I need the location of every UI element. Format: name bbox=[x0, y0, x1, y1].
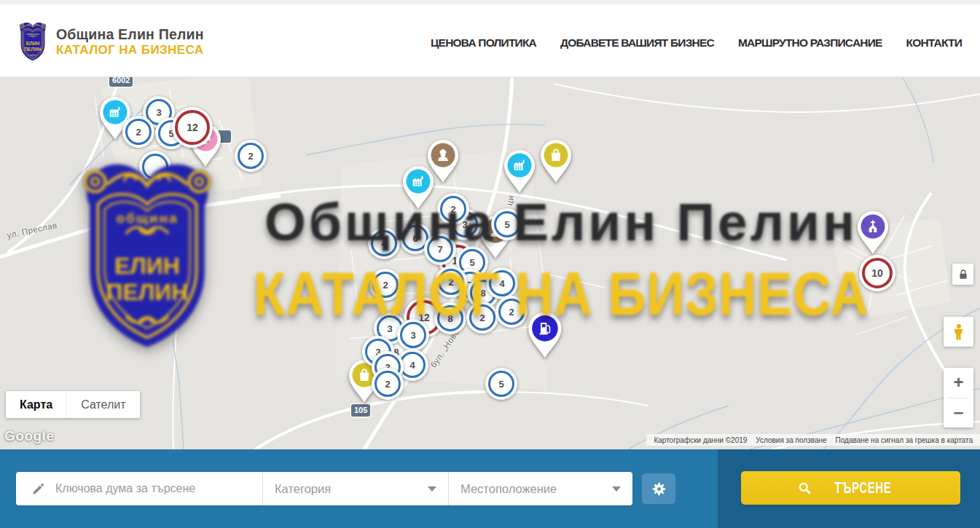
brand[interactable]: община ЕЛИН ПЕЛИН Община Елин Пелин КАТА… bbox=[16, 20, 204, 63]
search-fields: Категория Местоположение bbox=[16, 472, 632, 505]
keyword-field bbox=[16, 472, 262, 505]
settings-button[interactable] bbox=[642, 473, 675, 504]
cluster-marker[interactable]: 5 bbox=[491, 208, 523, 240]
nav-item-add-business[interactable]: ДОБАВЕТЕ ВАШИЯТ БИЗНЕС bbox=[560, 36, 714, 50]
search-button-label: ТЪРСЕНЕ bbox=[834, 478, 891, 497]
svg-text:ПЕЛИН: ПЕЛИН bbox=[24, 47, 42, 52]
pegman-icon bbox=[949, 323, 968, 342]
cluster-marker[interactable]: 4 bbox=[368, 227, 400, 259]
cluster-marker[interactable]: 2 bbox=[466, 302, 498, 334]
cluster-marker[interactable]: 7 bbox=[424, 233, 456, 265]
brand-text: Община Елин Пелин КАТАЛОГ НА БИЗНЕСА bbox=[56, 25, 204, 58]
main-nav: ЦЕНОВА ПОЛИТИКАДОБАВЕТЕ ВАШИЯТ БИЗНЕСМАР… bbox=[431, 4, 962, 81]
cluster-marker[interactable]: 10 bbox=[859, 255, 895, 291]
attribution-copyright: Картографски данни ©2019 bbox=[649, 436, 751, 444]
cluster-marker[interactable]: 2 bbox=[369, 269, 401, 301]
pegman-button[interactable] bbox=[944, 317, 973, 347]
map[interactable]: 6002105ул. Преславбул. „Новоселци 325122… bbox=[0, 76, 980, 449]
cluster-marker[interactable]: 12 bbox=[172, 107, 213, 148]
map-pin-church[interactable] bbox=[855, 210, 890, 255]
location-select[interactable]: Местоположение bbox=[448, 472, 632, 505]
header: община ЕЛИН ПЕЛИН Община Елин Пелин КАТА… bbox=[0, 0, 980, 76]
chevron-down-icon bbox=[428, 486, 436, 492]
terms-link[interactable]: Условия за ползване bbox=[751, 436, 831, 444]
map-attribution: Картографски данни ©2019 Условия за полз… bbox=[646, 434, 980, 446]
cluster-marker[interactable]: 2 bbox=[122, 116, 154, 148]
nav-item-pricing-policy[interactable]: ЦЕНОВА ПОЛИТИКА bbox=[431, 36, 536, 50]
cluster-marker[interactable]: 8 bbox=[434, 302, 466, 334]
map-type-satellite-button[interactable]: Сателит bbox=[66, 391, 139, 418]
report-error-link[interactable]: Подаване на сигнал за грешка в картата bbox=[831, 436, 977, 444]
cluster-marker[interactable]: 2 bbox=[495, 296, 528, 328]
zoom-in-button[interactable]: + bbox=[944, 368, 973, 398]
cluster-marker[interactable]: 2 bbox=[235, 140, 267, 172]
cluster-marker[interactable]: 3 bbox=[397, 319, 429, 351]
svg-text:община: община bbox=[26, 32, 39, 36]
cluster-marker[interactable] bbox=[139, 151, 171, 183]
chevron-down-icon bbox=[612, 486, 621, 492]
category-placeholder: Категория bbox=[275, 482, 331, 496]
site-subtitle: КАТАЛОГ НА БИЗНЕСА bbox=[56, 43, 204, 58]
lock-icon bbox=[956, 267, 971, 282]
location-placeholder: Местоположение bbox=[460, 482, 557, 496]
site-title: Община Елин Пелин bbox=[56, 25, 204, 43]
lock-button[interactable] bbox=[952, 264, 973, 285]
nav-item-route-schedule[interactable]: МАРШРУТНО РАЗПИСАНИЕ bbox=[738, 36, 882, 50]
map-pin-factory[interactable] bbox=[502, 149, 537, 194]
google-logo[interactable]: Google bbox=[4, 428, 54, 444]
map-type-map-button[interactable]: Карта bbox=[6, 391, 66, 418]
logo-emblem: община ЕЛИН ПЕЛИН bbox=[16, 20, 50, 63]
map-pin-bag[interactable] bbox=[538, 138, 573, 184]
pencil-icon bbox=[31, 481, 46, 497]
keyword-input[interactable] bbox=[55, 482, 262, 495]
cluster-marker[interactable]: 4 bbox=[486, 267, 518, 299]
map-pin-worker[interactable] bbox=[426, 138, 460, 184]
cluster-marker[interactable]: 2 bbox=[435, 266, 467, 298]
nav-item-contacts[interactable]: КОНТАКТИ bbox=[906, 36, 962, 50]
search-bar: Категория Местоположение ТЪРСЕНЕ bbox=[0, 449, 980, 528]
map-markers: 32512232512675472842128228333432510 bbox=[0, 76, 980, 449]
gear-icon bbox=[651, 481, 667, 497]
svg-text:ЕЛИН: ЕЛИН bbox=[26, 41, 40, 46]
zoom-out-button[interactable]: − bbox=[944, 398, 973, 428]
map-pin-fuel[interactable] bbox=[526, 310, 564, 359]
cluster-marker[interactable]: 2 bbox=[372, 368, 404, 400]
category-select[interactable]: Категория bbox=[262, 472, 448, 505]
map-type-control: Карта Сателит bbox=[6, 391, 140, 418]
zoom-control: + − bbox=[944, 368, 973, 427]
cluster-marker[interactable]: 5 bbox=[485, 368, 517, 400]
search-button[interactable]: ТЪРСЕНЕ bbox=[741, 471, 960, 505]
search-icon bbox=[797, 481, 812, 496]
cluster-marker[interactable]: 2 bbox=[437, 193, 469, 225]
